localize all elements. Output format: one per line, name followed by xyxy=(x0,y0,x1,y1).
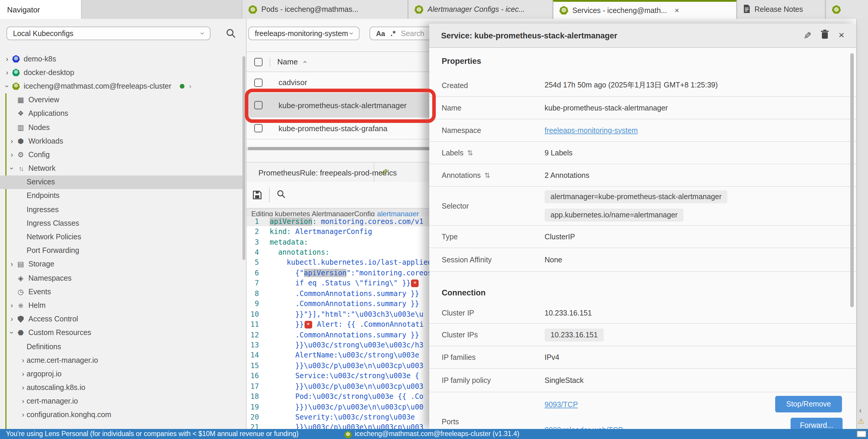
delete-service-icon[interactable] xyxy=(821,30,829,41)
sidebar-item-config[interactable]: ›⚙Config xyxy=(0,148,242,162)
code-text: metadata: xyxy=(264,238,308,246)
sidebar-item-label: configuration.konghq.com xyxy=(27,411,111,419)
sidebar-item-acme-cert-manager-io[interactable]: ›acme.cert-manager.io xyxy=(0,353,242,367)
tab-pods-icecheng-mathmas[interactable]: ☸Pods - icecheng@mathmas... xyxy=(242,0,408,19)
sidebar-item-cert-manager-io[interactable]: ›cert-manager.io xyxy=(0,394,242,408)
sidebar-item-custom-resources[interactable]: ›⬣Custom Resources xyxy=(0,326,242,340)
sidebar-item-overview[interactable]: ▦Overview xyxy=(0,93,242,107)
chevron-right-icon[interactable]: › xyxy=(20,383,27,392)
sidebar-scrollbar[interactable] xyxy=(242,56,245,260)
tab-alertmanager-configs-icec[interactable]: ☸Alertmanager Configs - icec... xyxy=(408,0,553,19)
sidebar-item-argoproj-io[interactable]: ›argoproj.io xyxy=(0,367,242,381)
detail-row-labels: Labels⇅9 Labels xyxy=(429,142,856,164)
code-token: : xyxy=(304,238,308,246)
kubeconfig-select-value: Local Kubeconfigs xyxy=(13,29,73,37)
chevron-right-icon[interactable]: › xyxy=(4,55,11,63)
sort-ascending-icon[interactable]: › xyxy=(300,61,308,63)
search-icon[interactable] xyxy=(226,28,236,41)
sidebar-item-label: Events xyxy=(28,288,51,296)
chevron-right-icon[interactable]: › xyxy=(20,411,27,419)
close-icon[interactable]: × xyxy=(675,6,679,15)
row-checkbox[interactable] xyxy=(254,124,262,132)
sidebar-item-nodes[interactable]: ▥Nodes xyxy=(0,121,242,134)
close-drawer-icon[interactable]: × xyxy=(838,30,844,41)
section-heading-properties: Properties xyxy=(429,48,856,74)
sidebar-item-autoscaling-k8s-io[interactable]: ›autoscaling.k8s.io xyxy=(0,381,242,394)
chevron-down-icon[interactable]: › xyxy=(3,83,11,90)
chevron-right-icon[interactable]: › xyxy=(8,260,16,269)
sidebar-item-ingresses[interactable]: Ingresses xyxy=(0,203,242,216)
detail-value: IPv4 xyxy=(545,353,559,361)
namespace-select[interactable]: freeleaps-monitoring-system › xyxy=(248,27,360,40)
chevron-right-icon[interactable]: › xyxy=(189,82,192,91)
port-action-button[interactable]: Forward... xyxy=(790,418,843,429)
search-placeholder: Search xyxy=(401,29,424,37)
sidebar-item-namespaces[interactable]: ◈Namespaces xyxy=(0,271,242,285)
edit-service-icon[interactable]: ✎ xyxy=(803,30,811,41)
chevron-down-icon[interactable]: › xyxy=(8,165,16,172)
port-link-9093-tcp[interactable]: 9093/TCP xyxy=(545,401,578,409)
name-column-header[interactable]: Name xyxy=(277,57,298,66)
chevron-right-icon[interactable]: › xyxy=(20,356,27,364)
chevron-down-icon[interactable]: › xyxy=(8,329,16,336)
sidebar-item-workloads[interactable]: ›⬢Workloads xyxy=(0,134,242,148)
regex-toggle[interactable]: .* xyxy=(391,29,396,38)
port-action-button[interactable]: Stop/Remove xyxy=(775,396,842,412)
collapse-panel-icon[interactable]: ‹ xyxy=(859,406,862,415)
sidebar-item-endpoints[interactable]: Endpoints xyxy=(0,189,242,203)
sidebar-item-network-policies[interactable]: Network Policies xyxy=(0,230,242,244)
detail-label-text: Created xyxy=(442,81,468,90)
sidebar-item-label: autoscaling.k8s.io xyxy=(27,383,86,392)
sidebar-item-definitions[interactable]: Definitions xyxy=(0,340,242,353)
active-cluster-status[interactable]: icecheng@mathmast.com@freeleaps-cluster … xyxy=(355,430,520,437)
match-case-toggle[interactable]: Aa xyxy=(376,29,385,37)
sort-icon[interactable]: ⇅ xyxy=(467,148,473,157)
row-checkbox[interactable] xyxy=(254,78,262,87)
sidebar-item-label: Nodes xyxy=(28,123,50,131)
sidebar-item-network[interactable]: ›↑↓Network xyxy=(0,162,242,175)
code-token: : xyxy=(287,228,296,236)
sidebar-item-port-forwarding[interactable]: Port Forwarding xyxy=(0,244,242,257)
sidebar-item-services[interactable]: Services xyxy=(0,175,242,189)
tab-services-icecheng-math[interactable]: ☸Services - icecheng@math...× xyxy=(553,0,737,19)
sidebar-item-docker-desktop[interactable]: ›☸docker-desktop xyxy=(0,66,242,79)
chevron-right-icon[interactable]: › xyxy=(8,151,16,159)
tab-strip: ☸Pods - icecheng@mathmas...☸Alertmanager… xyxy=(242,0,868,19)
chevron-right-icon[interactable]: › xyxy=(8,137,16,145)
chevron-right-icon[interactable]: › xyxy=(20,370,27,378)
code-token xyxy=(270,259,287,267)
warning-icon[interactable]: ⚠ xyxy=(858,417,864,426)
tab-partial[interactable]: ☸ xyxy=(826,0,868,19)
kubeconfig-select[interactable]: Local Kubeconfigs › xyxy=(6,27,211,40)
code-token: .CommonAnnotations.summary }} xyxy=(270,300,419,308)
code-token xyxy=(270,248,278,257)
editor-search-icon[interactable] xyxy=(277,189,286,201)
code-text: annotations: xyxy=(264,248,329,257)
sidebar-item-icecheng-mathmast-com-freeleaps-cluster[interactable]: ›☸icecheng@mathmast.com@freeleaps-cluste… xyxy=(0,79,242,93)
sort-icon[interactable]: ⇅ xyxy=(484,171,490,179)
chevron-right-icon[interactable]: › xyxy=(20,397,27,406)
save-icon[interactable] xyxy=(252,190,262,200)
sidebar-item-applications[interactable]: ❖Applications xyxy=(0,107,242,121)
drawer-scrollbar[interactable] xyxy=(850,53,854,307)
license-notice[interactable]: You're using Lens Personal (for individu… xyxy=(6,430,299,437)
chevron-right-icon[interactable]: › xyxy=(8,301,16,310)
chevron-right-icon[interactable]: › xyxy=(4,69,11,77)
edit-pencil-icon[interactable]: ✎ xyxy=(381,167,388,178)
detail-value: None xyxy=(545,256,562,264)
sidebar-item-label: Endpoints xyxy=(27,192,59,200)
sidebar-item-demo-k8s[interactable]: ›☸demo-k8s xyxy=(0,52,242,66)
sidebar-item-events[interactable]: ◷Events xyxy=(0,285,242,298)
sidebar-item-helm[interactable]: ›⎈Helm xyxy=(0,299,242,312)
sidebar-item-access-control[interactable]: ›Access Control xyxy=(0,312,242,326)
chevron-right-icon[interactable]: › xyxy=(8,315,16,323)
detail-value-link[interactable]: freeleaps-monitoring-system xyxy=(545,126,638,134)
sidebar-item-ingress-classes[interactable]: Ingress Classes xyxy=(0,216,242,230)
code-token: apiVersion xyxy=(270,217,312,226)
code-token: if eq .Status \"firing\" }} xyxy=(270,279,411,288)
port-link-8080-reloader-web-tcp[interactable]: 8080:reloader-web/TCP xyxy=(545,426,623,429)
sidebar-item-configuration-konghq-com[interactable]: ›configuration.konghq.com xyxy=(0,408,242,422)
select-all-checkbox[interactable] xyxy=(254,58,262,66)
tab-release-notes[interactable]: Release Notes xyxy=(737,0,826,19)
sidebar-item-storage[interactable]: ›▤Storage xyxy=(0,258,242,271)
